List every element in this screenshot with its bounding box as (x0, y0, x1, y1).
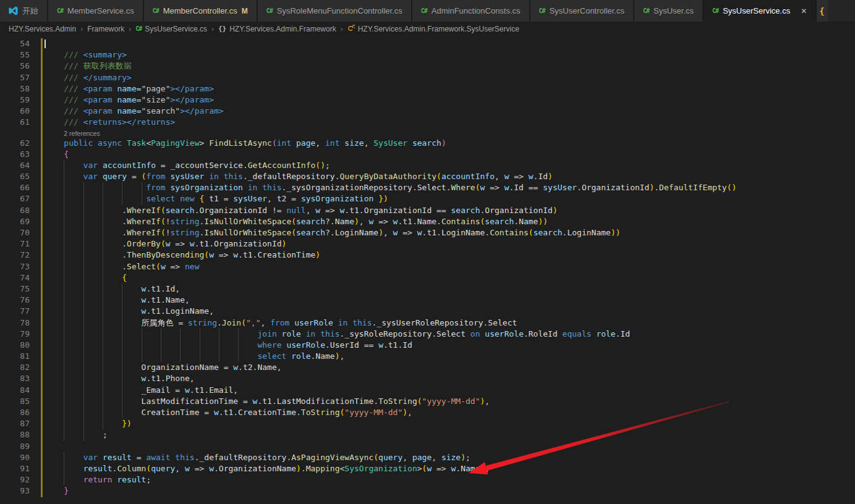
code-line-82[interactable]: 82 OrganizationName = w.t2.Name, (0, 362, 855, 373)
code-line-72[interactable]: 72 .ThenByDescending(w => w.t1.CreationT… (0, 250, 855, 261)
tab-MemberService.cs[interactable]: C#MemberService.cs (48, 0, 144, 22)
vscode-logo-icon (9, 6, 18, 16)
indent-guide (64, 182, 69, 193)
breadcrumb-item[interactable]: HZY.Services.Admin (9, 25, 76, 33)
indent-guide (64, 429, 69, 440)
indent-guide (64, 362, 69, 373)
indent-guide (64, 351, 69, 362)
code-line-93[interactable]: 93 } (0, 485, 855, 497)
indent-guide (64, 340, 69, 351)
code-line-88[interactable]: 88 ; (0, 429, 855, 440)
line-number: 63 (0, 149, 30, 160)
line-number: 65 (0, 171, 30, 182)
tab-SysUser.cs[interactable]: C#SysUser.cs (634, 0, 704, 22)
indent-guide (64, 272, 69, 284)
code-line-55[interactable]: 55 /// <summary> (0, 49, 855, 61)
code-line-75[interactable]: 75 w.t1.Id, (0, 284, 855, 295)
code-line-73[interactable]: 73 .Select(w => new (0, 261, 855, 272)
tab-SysRoleMenuFunctionController.cs[interactable]: C#SysRoleMenuFunctionController.cs (258, 0, 412, 22)
code-line-83[interactable]: 83 w.t1.Phone, (0, 373, 855, 384)
indent-guide (64, 193, 69, 204)
code-line-70[interactable]: 70 .WhereIf(!string.IsNullOrWhiteSpace(s… (0, 227, 855, 238)
code-line-61[interactable]: 61 /// <returns></returns> (0, 117, 855, 128)
code-line-90[interactable]: 90 var result = await this._defaultRepos… (0, 452, 855, 463)
code-line-62[interactable]: 62 public async Task<PagingView> FindLis… (0, 138, 855, 149)
breadcrumb-item[interactable]: Framework (87, 25, 124, 33)
code-text: _Email = w.t1.Email, (45, 385, 238, 396)
code-text: CreationTime = w.t1.CreationTime.ToStrin… (45, 407, 412, 418)
breadcrumb-item[interactable]: SysUserService.cs (145, 25, 207, 33)
line-number: 80 (0, 340, 30, 351)
code-line-77[interactable]: 77 w.t1.LoginName, (0, 306, 855, 317)
line-number: 55 (0, 49, 30, 61)
indent-guide (64, 373, 69, 384)
line-number: 58 (0, 83, 30, 94)
indent-guide (83, 317, 88, 329)
code-line-81[interactable]: 81 select role.Name), (0, 351, 855, 362)
code-line-65[interactable]: 65 var query = (from sysUser in this._de… (0, 171, 855, 182)
code-line-68[interactable]: 68 .WhereIf(search.OrganizationId != nul… (0, 205, 855, 216)
codelens-references[interactable]: 2 references (0, 128, 855, 138)
code-line-58[interactable]: 58 /// <param name="page"></param> (0, 83, 855, 94)
tab-SysUserController.cs[interactable]: C#SysUserController.cs (530, 0, 634, 22)
code-line-76[interactable]: 76 w.t1.Name, (0, 295, 855, 306)
code-text: LastModificationTime = w.t1.LastModifica… (45, 396, 490, 407)
tab-partial[interactable]: { (817, 0, 828, 22)
code-line-78[interactable]: 78 所属角色 = string.Join(",", from userRole… (0, 317, 855, 329)
code-editor[interactable]: 5455 /// <summary>56 /// 获取列表数据57 /// </… (0, 36, 855, 504)
indent-guide (83, 205, 88, 216)
tab-label: SysRoleMenuFunctionController.cs (277, 6, 402, 15)
indent-guide (122, 182, 127, 193)
line-number: 77 (0, 306, 30, 317)
indent-guide (83, 418, 88, 429)
indent-guide (64, 250, 69, 261)
breadcrumb[interactable]: HZY.Services.Admin›Framework›C#SysUserSe… (0, 22, 855, 36)
code-line-64[interactable]: 64 var accountInfo = _accountService.Get… (0, 160, 855, 171)
code-line-60[interactable]: 60 /// <param name="search"></param> (0, 106, 855, 117)
line-number: 82 (0, 362, 30, 373)
breadcrumb-item[interactable]: HZY.Services.Admin.Framework (229, 25, 336, 33)
code-line-92[interactable]: 92 return result; (0, 474, 855, 485)
tab-MemberController.cs[interactable]: C#MemberController.csM (144, 0, 258, 22)
chevron-right-icon: › (210, 25, 215, 33)
code-line-63[interactable]: 63 { (0, 149, 855, 160)
line-number: 91 (0, 463, 30, 474)
code-line-79[interactable]: 79 join role in this._sysRoleRepository.… (0, 329, 855, 340)
line-number: 71 (0, 238, 30, 250)
tab-开始[interactable]: 开始 (0, 0, 48, 22)
code-line-67[interactable]: 67 select new { t1 = sysUser, t2 = sysOr… (0, 193, 855, 204)
code-line-56[interactable]: 56 /// 获取列表数据 (0, 61, 855, 72)
indent-guide (238, 351, 243, 362)
code-line-80[interactable]: 80 where userRole.UserId == w.t1.Id (0, 340, 855, 351)
text-cursor (45, 40, 46, 48)
code-text: .WhereIf(!string.IsNullOrWhiteSpace(sear… (45, 216, 548, 227)
code-text: from sysOrganization in this._sysOrganiz… (45, 182, 736, 193)
indent-guide (103, 182, 108, 193)
indent-guide (122, 362, 127, 373)
close-tab-icon[interactable]: ✕ (801, 7, 807, 15)
codelens-label[interactable]: 2 references (64, 130, 100, 137)
code-line-86[interactable]: 86 CreationTime = w.t1.CreationTime.ToSt… (0, 407, 855, 418)
line-number: 74 (0, 272, 30, 284)
code-line-85[interactable]: 85 LastModificationTime = w.t1.LastModif… (0, 396, 855, 407)
code-line-66[interactable]: 66 from sysOrganization in this._sysOrga… (0, 182, 855, 193)
code-line-57[interactable]: 57 /// </summary> (0, 72, 855, 83)
tab-AdminFunctionConsts.cs[interactable]: C#AdminFunctionConsts.cs (412, 0, 530, 22)
breadcrumb-item[interactable]: HZY.Services.Admin.Framework.SysUserServ… (358, 25, 519, 33)
tab-SysUserService.cs[interactable]: C#SysUserService.cs✕ (704, 0, 817, 22)
code-line-59[interactable]: 59 /// <param name="size"></param> (0, 94, 855, 106)
indent-guide (103, 284, 108, 295)
code-line-89[interactable]: 89 (0, 441, 855, 452)
code-line-87[interactable]: 87 }) (0, 418, 855, 429)
code-line-91[interactable]: 91 result.Column(query, w => w.Organizat… (0, 463, 855, 474)
indent-guide (83, 284, 88, 295)
code-line-71[interactable]: 71 .OrderBy(w => w.t1.OrganizationId) (0, 238, 855, 250)
indent-guide (83, 272, 88, 284)
code-line-74[interactable]: 74 { (0, 272, 855, 284)
indent-guide (161, 329, 166, 340)
code-line-54[interactable]: 54 (0, 38, 855, 49)
code-line-84[interactable]: 84 _Email = w.t1.Email, (0, 385, 855, 396)
indent-guide (142, 329, 147, 340)
line-number: 69 (0, 216, 30, 227)
code-line-69[interactable]: 69 .WhereIf(!string.IsNullOrWhiteSpace(s… (0, 216, 855, 227)
